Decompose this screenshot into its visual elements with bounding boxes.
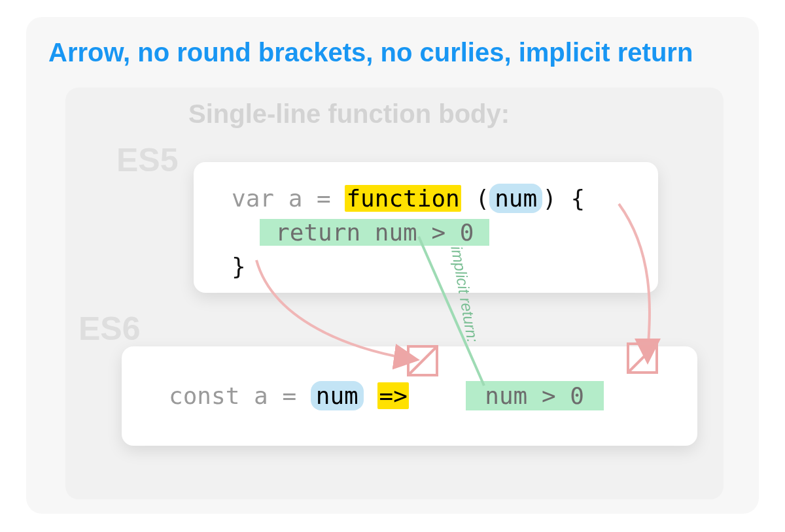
es5-label: ES5: [116, 141, 179, 179]
es5-return-line: return num > 0: [260, 219, 489, 246]
diagram-title: Arrow, no round brackets, no curlies, im…: [48, 38, 693, 67]
es5-brace-open: {: [557, 185, 585, 212]
es5-paren-open: (: [475, 185, 489, 212]
subtitle: Single-line function body:: [188, 99, 510, 129]
es6-const-decl: const a =: [169, 382, 311, 409]
es6-code: const a = num => num > 0: [169, 379, 604, 413]
es6-sp1: [364, 382, 378, 409]
es6-param: num: [311, 381, 364, 410]
es5-var-decl: var a =: [232, 185, 345, 212]
es6-body: num > 0: [466, 381, 604, 410]
es5-param: num: [489, 184, 542, 213]
es5-function-kw: function: [345, 185, 461, 212]
es6-arrow-token: =>: [377, 382, 408, 409]
es6-sp2: [409, 382, 466, 409]
es6-label: ES6: [78, 310, 141, 348]
es5-space: [461, 185, 476, 212]
es5-paren-close: ): [542, 185, 557, 212]
es5-code: var a = function (num) { return num > 0 …: [232, 182, 585, 284]
es5-brace-close: }: [232, 253, 246, 280]
